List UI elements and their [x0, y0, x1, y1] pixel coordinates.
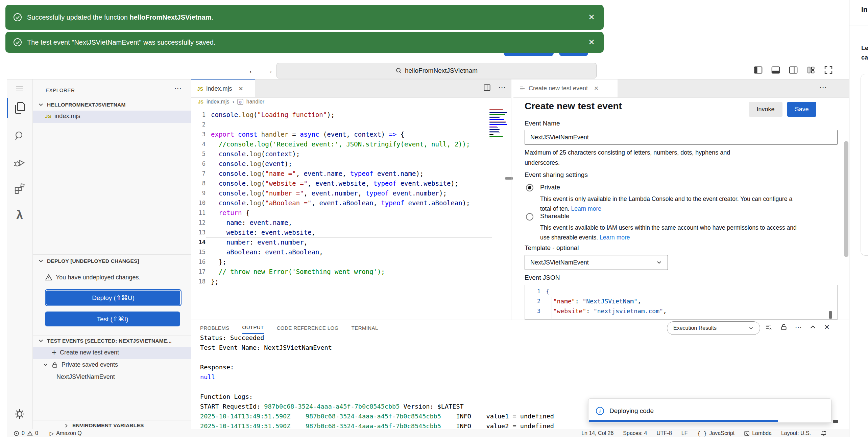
private-saved-events-item[interactable]: Private saved events — [43, 361, 118, 368]
svg-text:@: @ — [239, 100, 242, 104]
sidebar-title: EXPLORER — [46, 87, 75, 93]
close-icon[interactable]: ✕ — [588, 13, 595, 22]
maximize-panel-icon[interactable] — [809, 323, 817, 331]
lambda-status[interactable]: Lambda — [744, 430, 772, 436]
toggle-panel-icon[interactable] — [771, 65, 781, 75]
code-editor[interactable]: 1console.log("Loading function");23expor… — [191, 110, 492, 293]
divider — [849, 25, 868, 25]
close-tab-icon[interactable]: ✕ — [238, 85, 243, 92]
indent-guide — [552, 297, 552, 320]
save-button[interactable]: Save — [787, 102, 816, 117]
private-radio-label[interactable]: Private — [540, 184, 560, 191]
lock-toggle-icon[interactable] — [780, 323, 788, 331]
amazon-q-status[interactable]: ▷ Amazon Q — [50, 430, 82, 437]
shareable-radio-label[interactable]: Shareable — [540, 212, 570, 220]
keyboard-layout-status[interactable]: Layout: U.S. — [781, 430, 811, 436]
search-icon — [395, 67, 402, 74]
tab-create-new-test-event[interactable]: Create new test event ✕ — [513, 79, 618, 97]
split-editor-icon[interactable] — [483, 83, 491, 92]
template-label: Template - optional — [525, 244, 579, 252]
tab-code-reference-log[interactable]: CODE REFERENCE LOG — [277, 322, 339, 334]
breadcrumb[interactable]: JS index.mjs › @ handler — [198, 99, 264, 105]
deploy-button[interactable]: Deploy (⇧⌘U) — [45, 289, 182, 306]
editor-actions-icon[interactable]: ⋯ — [819, 83, 827, 92]
scrollbar-thumb[interactable] — [844, 141, 848, 257]
tab-problems[interactable]: PROBLEMS — [200, 322, 230, 334]
private-radio-description: This event is only available in the Lamb… — [540, 194, 792, 214]
indentation-status[interactable]: Spaces: 4 — [623, 430, 647, 436]
panel-border — [849, 0, 849, 437]
template-select[interactable]: NextJSVietNamEvent — [525, 255, 668, 270]
webview-icon — [520, 86, 525, 91]
customize-layout-icon[interactable] — [806, 65, 816, 75]
bell-icon[interactable] — [820, 430, 827, 437]
toggle-secondary-sidebar-icon[interactable] — [788, 65, 798, 75]
test-events-section-header[interactable]: TEST EVENTS [SELECTED: NEXTJSVIETNAME... — [38, 338, 172, 344]
close-icon[interactable]: ✕ — [588, 38, 595, 47]
nav-back-icon[interactable]: ← — [248, 65, 257, 76]
nav-forward-icon[interactable]: → — [264, 65, 273, 76]
fullscreen-icon[interactable] — [823, 65, 834, 75]
help-panel-title: In — [861, 5, 868, 14]
close-tab-icon[interactable]: ✕ — [594, 85, 599, 92]
editor-actions-icon[interactable]: ⋯ — [498, 83, 506, 92]
tab-output[interactable]: OUTPUT — [242, 322, 264, 334]
help-panel-card — [861, 74, 868, 256]
page-title: Create new test event — [525, 101, 622, 112]
eol-status[interactable]: LF — [681, 430, 688, 436]
event-json-editor[interactable]: 1{2 "name": "NextJSVietNam",3 "website":… — [525, 285, 838, 320]
run-debug-icon[interactable] — [13, 156, 26, 169]
symbol-method-icon: @ — [237, 99, 243, 105]
banner-message: Successfully updated the function helloF… — [13, 13, 213, 22]
progress-bar — [589, 420, 778, 422]
problems-status[interactable]: 0 0 — [14, 430, 38, 436]
saved-event-item[interactable]: NextJSVietNamEvent — [56, 373, 115, 381]
toggle-primary-sidebar-icon[interactable] — [753, 65, 763, 75]
event-name-label: Event Name — [525, 120, 560, 127]
test-button[interactable]: Test (⇧⌘I) — [45, 312, 180, 326]
search-view-icon[interactable] — [14, 130, 26, 142]
close-panel-icon[interactable]: ✕ — [824, 323, 830, 331]
event-json-label: Event JSON — [525, 274, 560, 281]
active-view-indicator — [7, 98, 8, 118]
extensions-icon[interactable] — [14, 183, 26, 195]
panel-more-icon[interactable]: ⋯ — [795, 323, 802, 331]
shareable-radio-description: This event is available to IAM users wit… — [540, 223, 797, 243]
sidebar-menu-icon[interactable]: ⋯ — [174, 84, 182, 93]
file-row-index-mjs[interactable]: JS index.mjs — [45, 113, 80, 120]
language-status[interactable]: { } JavaScript — [697, 430, 735, 437]
scrollbar-thumb[interactable] — [829, 311, 832, 319]
resize-handle[interactable] — [833, 420, 838, 423]
tab-terminal[interactable]: TERMINAL — [352, 322, 378, 334]
gear-icon[interactable] — [13, 408, 26, 420]
lock-icon — [51, 362, 58, 368]
scrollbar-handle[interactable] — [505, 177, 513, 180]
deploy-section-header[interactable]: DEPLOY [UNDEPLOYED CHANGES] — [38, 258, 139, 264]
explorer-icon[interactable] — [13, 101, 26, 115]
js-file-icon: JS — [198, 99, 203, 105]
svg-text:i: i — [599, 409, 601, 414]
environment-variables-header[interactable]: ENVIRONMENT VARIABLES — [64, 422, 144, 429]
undeployed-changes-warning: You have undeployed changes. — [45, 274, 141, 281]
learn-more-link[interactable]: Learn more — [600, 234, 630, 241]
event-name-input[interactable] — [525, 130, 838, 145]
menu-icon[interactable] — [14, 83, 25, 95]
shareable-radio[interactable] — [526, 213, 533, 221]
js-file-icon: JS — [45, 113, 51, 119]
warning-icon — [45, 274, 52, 281]
project-folder-row[interactable]: HELLOFROMNEXTJSVIETNAM — [38, 102, 126, 108]
create-new-test-event-item[interactable]: + Create new test event — [52, 349, 119, 356]
clear-output-icon[interactable] — [765, 323, 773, 331]
minimap[interactable] — [489, 109, 509, 147]
encoding-status[interactable]: UTF-8 — [657, 430, 672, 436]
cursor-position-status[interactable]: Ln 14, Col 26 — [581, 430, 613, 436]
banner-message: The test event "NextJSVietNamEvent" was … — [13, 38, 215, 47]
learn-more-link[interactable]: Learn more — [571, 205, 601, 212]
tab-index-mjs[interactable]: JS index.mjs ✕ — [191, 79, 255, 97]
help-panel-text: Le — [861, 45, 868, 52]
private-radio[interactable] — [526, 184, 533, 191]
editor-sash[interactable] — [511, 79, 511, 320]
command-search-input[interactable]: helloFromNextJSVietnam — [276, 63, 597, 78]
aws-lambda-icon[interactable]: λ — [16, 208, 23, 222]
invoke-button[interactable]: Invoke — [749, 102, 782, 117]
